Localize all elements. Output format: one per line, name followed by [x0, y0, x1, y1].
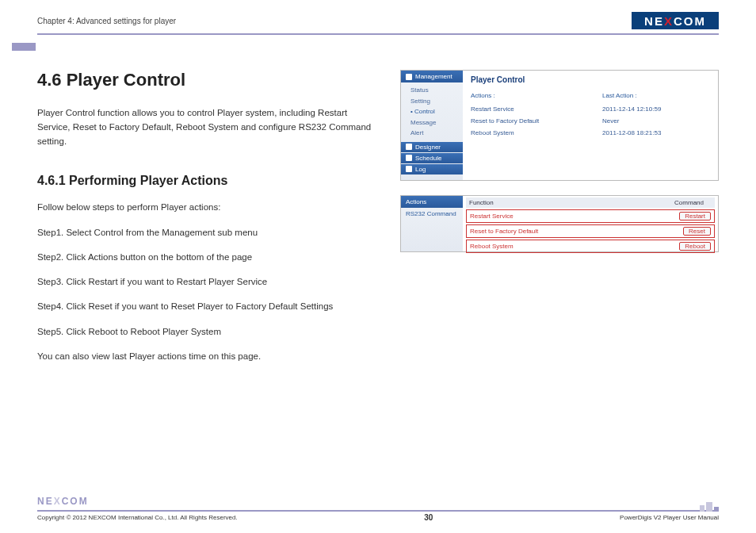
manual-name: PowerDigis V2 Player User Manual [620, 514, 719, 521]
action-restart-service[interactable]: Restart Service [471, 105, 602, 113]
table-row: Restart Service Restart [466, 209, 715, 223]
last-restart-service: 2011-12-14 12:10:59 [602, 105, 710, 113]
footer-logo: NEXCOM [37, 496, 89, 507]
steps-trailer: You can also view last Player actions ti… [37, 350, 378, 363]
actions-sidebar-header[interactable]: Actions [401, 196, 463, 208]
last-action-label: Last Action : [602, 92, 710, 99]
header-rule [37, 33, 719, 35]
sidebar-designer[interactable]: Designer [401, 142, 463, 152]
copyright: Copyright © 2012 NEXCOM International Co… [37, 514, 238, 521]
sidebar-item-setting[interactable]: Setting [410, 96, 463, 107]
step-1: Step1. Select Control from the Managemen… [37, 226, 378, 240]
sidebar-log-label: Log [415, 166, 426, 173]
sidebar-item-control[interactable]: Control [410, 106, 463, 117]
last-reset-factory: Never [602, 117, 710, 125]
log-icon [406, 166, 412, 172]
footer-rule [37, 510, 719, 512]
table-row: Reset to Factory Default Reset [466, 224, 715, 238]
page-tab-stub [12, 43, 36, 51]
function-restart-service: Restart Service [470, 213, 627, 220]
function-reset-factory: Reset to Factory Default [470, 228, 627, 235]
col-function: Function [469, 199, 627, 206]
action-reset-factory[interactable]: Reset to Factory Default [471, 117, 602, 125]
subsection-heading: 4.6.1 Performing Player Actions [37, 174, 378, 188]
sidebar: Management Status Setting Control Messag… [401, 71, 463, 180]
screenshot-player-control: Management Status Setting Control Messag… [400, 70, 719, 181]
step-3: Step3. Click Restart if you want to Rest… [37, 275, 378, 289]
screenshot-actions-table: Actions RS232 Command Function Command R… [400, 195, 719, 252]
step-2: Step2. Click Actions button on the botto… [37, 251, 378, 264]
reboot-button[interactable]: Reboot [679, 242, 711, 251]
schedule-icon [406, 155, 412, 161]
section-heading: 4.6 Player Control [37, 70, 378, 90]
footer-logo-pre: NE [37, 496, 54, 507]
designer-icon [406, 144, 412, 150]
sidebar-schedule[interactable]: Schedule [401, 153, 463, 163]
step-4: Step4. Click Reset if you want to Reset … [37, 300, 378, 313]
page-number: 30 [424, 513, 433, 522]
step-5: Step5. Click Reboot to Reboot Player Sys… [37, 325, 378, 339]
reset-button[interactable]: Reset [683, 227, 711, 236]
col-command: Command [627, 199, 712, 206]
logo-text-post: COM [674, 14, 706, 28]
panel-title: Player Control [471, 75, 710, 84]
sidebar-item-alert[interactable]: Alert [410, 128, 463, 139]
rs232-command-item[interactable]: RS232 Command [401, 208, 463, 220]
logo-text-pre: NE [644, 14, 664, 28]
table-row: Reboot System Reboot [466, 240, 715, 253]
sidebar-designer-label: Designer [415, 144, 441, 151]
management-icon [406, 74, 412, 80]
sidebar-management[interactable]: Management [401, 71, 463, 82]
footer-logo-post: COM [62, 496, 89, 507]
sidebar-management-label: Management [415, 73, 452, 80]
sidebar-item-status[interactable]: Status [410, 85, 463, 96]
sidebar-log[interactable]: Log [401, 164, 463, 174]
sidebar-item-message[interactable]: Message [410, 117, 463, 128]
function-reboot-system: Reboot System [470, 243, 627, 250]
action-reboot-system[interactable]: Reboot System [471, 129, 602, 136]
last-reboot-system: 2011-12-08 18:21:53 [602, 129, 710, 136]
steps-lead: Follow below steps to perform Player act… [37, 201, 378, 214]
footer-logo-x: X [54, 496, 62, 507]
nexcom-logo: NEXCOM [632, 12, 719, 29]
actions-label: Actions : [471, 92, 602, 99]
restart-button[interactable]: Restart [679, 212, 711, 220]
footer-corner-icon [700, 502, 719, 512]
sidebar-schedule-label: Schedule [415, 155, 441, 162]
section-intro: Player Control function allows you to co… [37, 106, 378, 148]
chapter-title: Chapter 4: Advanced settings for player [37, 17, 176, 25]
logo-text-x: X [664, 14, 674, 28]
